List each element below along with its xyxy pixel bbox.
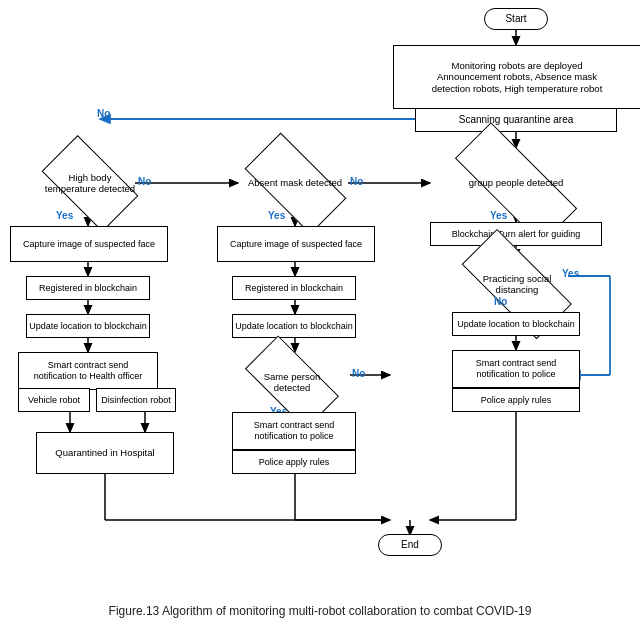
deploy-node: Monitoring robots are deployed Announcem… [393,45,640,109]
sameperson-no-label: No [352,368,365,379]
social-yes-label: Yes [562,268,579,279]
reg1-node: Registered in blockchain [26,276,150,300]
smart3-node: Smart contract send notification to poli… [452,350,580,388]
social-dist-diamond: Practicing social distancing [443,250,591,318]
blockchain-alert-node: Blockchain Turn alert for guiding [430,222,602,246]
maskdetect-diamond: Absent mask detected [230,148,360,218]
update3-node: Update location to blockchain [452,312,580,336]
hightemp-yes-label: Yes [56,210,73,221]
smart1-node: Smart contract send notification to Heal… [18,352,158,390]
start-node: Start [484,8,548,30]
hightemp-diamond: High body temperature detected [30,148,150,218]
scan-node: Scanning quarantine area [415,108,617,132]
mask-yes-label: Yes [268,210,285,221]
reg2-node: Registered in blockchain [232,276,356,300]
capture2-node: Capture image of suspected face [217,226,375,262]
police1-node: Police apply rules [232,450,356,474]
smart2-node: Smart contract send notification to poli… [232,412,356,450]
mask-no-label: No [350,176,363,187]
update2-node: Update location to blockchain [232,314,356,338]
vehicle-node: Vehicle robot [18,388,90,412]
disinfect-node: Disinfection robot [96,388,176,412]
social-no-label: No [494,296,507,307]
groupdetect-diamond: group people detected [430,148,602,218]
group-yes-label: Yes [490,210,507,221]
diagram: Start Monitoring robots are deployed Ann… [0,0,640,600]
police2-node: Police apply rules [452,388,580,412]
capture1-node: Capture image of suspected face [10,226,168,262]
end-node: End [378,534,442,556]
update1-node: Update location to blockchain [26,314,150,338]
caption: Figure.13 Algorithm of monitoring multi-… [0,600,640,624]
scan-no-label: No [97,108,110,119]
sameperson-diamond: Same person detected [232,350,352,414]
quarantine-node: Quarantined in Hospital [36,432,174,474]
